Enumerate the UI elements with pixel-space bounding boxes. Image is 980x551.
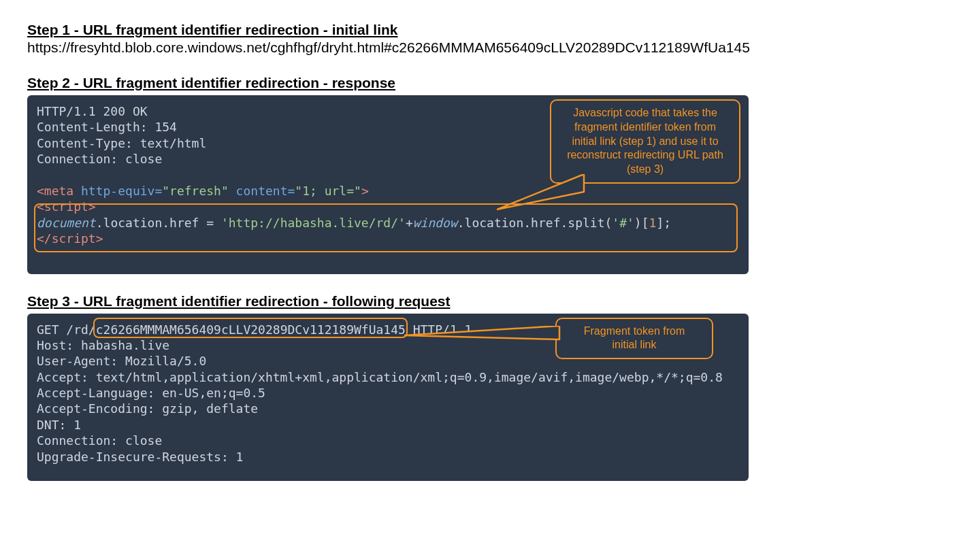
step3-codebox: Fragment token from initial link GET /rd… [27,314,749,482]
code-line: Content-Type: text/html [37,136,206,150]
code-line: Host: habasha.live [37,338,169,352]
step1-url: https://fresyhtd.blob.core.windows.net/c… [27,39,953,56]
code-line: Accept-Encoding: gzip, deflate [37,401,258,416]
step2-title: Step 2 - URL fragment identifier redirec… [27,75,953,91]
code-token: content= [229,184,295,198]
callout-line: Javascript code that takes the [561,106,730,120]
step2-highlight-box [34,203,738,252]
code-token: "1; url=" [295,184,361,198]
step2-callout: Javascript code that takes the fragment … [550,99,740,184]
step1-section: Step 1 - URL fragment identifier redirec… [27,22,953,56]
code-line: User-Agent: Mozilla/5.0 [37,354,206,368]
code-line: Connection: close [37,433,162,448]
callout-line: initial link (step 1) and use it to [561,135,730,149]
step3-highlight-box [93,318,408,338]
code-line: Upgrade-Insecure-Requests: 1 [37,450,243,464]
code-line: Content-Length: 154 [37,120,177,134]
code-token: "refresh" [162,184,229,198]
callout-line: initial link [566,338,702,352]
step2-section: Step 2 - URL fragment identifier redirec… [27,75,953,274]
code-line: Accept-Language: en-US,en;q=0.5 [37,386,265,400]
step3-section: Step 3 - URL fragment identifier redirec… [27,293,953,482]
code-token: HTTP/1.1 [406,322,472,337]
code-line: Accept: text/html,application/xhtml+xml,… [37,370,723,384]
callout-line: Fragment token from [566,324,702,339]
step1-title: Step 1 - URL fragment identifier redirec… [27,22,953,38]
step3-title: Step 3 - URL fragment identifier redirec… [27,293,953,310]
code-line: HTTP/1.1 200 OK [37,104,148,118]
code-token: <meta [37,184,74,198]
code-token: > [361,184,369,198]
callout-line: reconstruct redirecting URL path [561,148,730,163]
callout-line: (step 3) [561,163,730,177]
step3-callout: Fragment token from initial link [555,318,713,360]
code-token: http-equiv= [74,184,162,198]
code-line: DNT: 1 [37,418,81,432]
step2-codebox: Javascript code that takes the fragment … [27,95,749,274]
code-line: Connection: close [37,152,162,166]
code-token: GET /rd/ [37,322,96,337]
callout-line: fragment identifier token from [561,120,730,135]
